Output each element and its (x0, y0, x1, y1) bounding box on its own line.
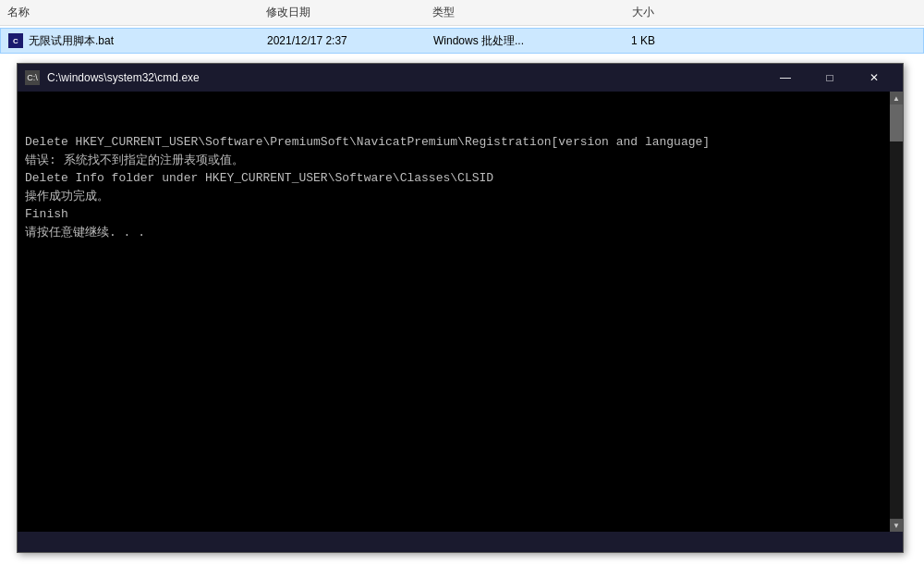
cmd-line: Finish (25, 205, 881, 224)
cmd-line: 错误: 系统找不到指定的注册表项或值。 (25, 152, 881, 170)
col-header-size[interactable]: 大小 (580, 5, 654, 20)
table-header: 名称 修改日期 类型 大小 (0, 0, 924, 26)
cmd-body: Delete HKEY_CURRENT_USER\Software\Premiu… (18, 92, 903, 532)
file-type-cell: Windows 批处理... (433, 33, 581, 49)
scroll-thumb[interactable] (890, 104, 903, 141)
col-header-name[interactable]: 名称 (7, 5, 266, 20)
window-controls: — □ ✕ (764, 64, 895, 92)
cmd-bottom-bar (18, 532, 903, 552)
file-name-label: 无限试用脚本.bat (29, 33, 114, 49)
close-button[interactable]: ✕ (853, 64, 895, 92)
bat-file-icon: C (8, 33, 23, 48)
maximize-button[interactable]: □ (808, 64, 851, 92)
scrollbar[interactable]: ▲ ▼ (890, 92, 903, 532)
table-row[interactable]: C 无限试用脚本.bat 2021/12/17 2:37 Windows 批处理… (0, 28, 924, 54)
cmd-line: 操作成功完成。 (25, 188, 881, 206)
cmd-line: Delete HKEY_CURRENT_USER\Software\Premiu… (25, 133, 881, 152)
cmd-window-title: C:\windows\system32\cmd.exe (47, 71, 764, 84)
col-header-date[interactable]: 修改日期 (266, 5, 432, 20)
cmd-window-icon: C:\ (25, 70, 40, 85)
file-date-cell: 2021/12/17 2:37 (267, 34, 433, 47)
minimize-button[interactable]: — (764, 64, 807, 92)
cmd-line: Delete Info folder under HKEY_CURRENT_US… (25, 169, 881, 188)
scroll-down-arrow[interactable]: ▼ (890, 519, 903, 532)
cmd-line: 请按任意键继续. . . (25, 224, 881, 242)
cmd-output: Delete HKEY_CURRENT_USER\Software\Premiu… (25, 97, 881, 241)
col-header-type[interactable]: 类型 (432, 5, 580, 20)
file-name-cell: C 无限试用脚本.bat (8, 33, 267, 49)
file-size-cell: 1 KB (581, 34, 655, 47)
scroll-up-arrow[interactable]: ▲ (890, 92, 903, 104)
cmd-window: C:\ C:\windows\system32\cmd.exe — □ ✕ De… (17, 63, 904, 553)
cmd-titlebar: C:\ C:\windows\system32\cmd.exe — □ ✕ (18, 64, 903, 92)
